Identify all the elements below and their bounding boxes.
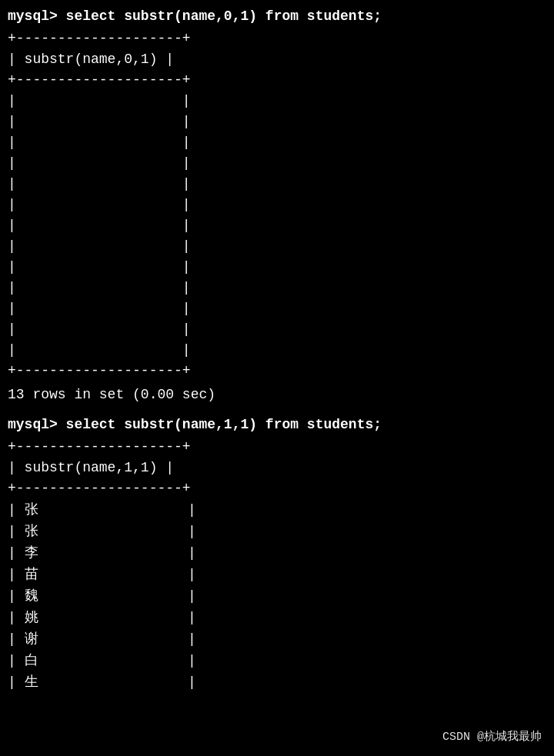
table-row: | | (8, 319, 546, 340)
table-row: | 魏 | (8, 585, 546, 607)
table2-top-border: +--------------------+ (8, 437, 546, 458)
table-row: | | (8, 195, 546, 215)
table1-mid-border: +--------------------+ (8, 70, 546, 91)
table-row: | | (8, 215, 546, 236)
table1-top-border: +--------------------+ (8, 28, 546, 49)
table-row: | | (8, 174, 546, 195)
table1-header: | substr(name,0,1) | (8, 49, 546, 70)
table-row: | | (8, 298, 546, 319)
table2-mid-border: +--------------------+ (8, 478, 546, 499)
table-row: | | (8, 132, 546, 153)
table-row: | | (8, 340, 546, 361)
table-row: | | (8, 257, 546, 278)
command-1: mysql> select substr(name,0,1) from stud… (8, 6, 546, 27)
table2-header: | substr(name,1,1) | (8, 458, 546, 478)
table-row: | 李 | (8, 542, 546, 564)
table-row: | 张 | (8, 521, 546, 542)
watermark: CSDN @杭城我最帅 (442, 729, 542, 744)
table-row: | 张 | (8, 499, 546, 521)
table-row: | 白 | (8, 650, 546, 671)
table-row: | 姚 | (8, 607, 546, 628)
table-row: | 谢 | (8, 628, 546, 650)
table-row: | | (8, 278, 546, 298)
table-row: | 生 | (8, 671, 546, 693)
table1-bottom-border: +--------------------+ (8, 361, 546, 381)
command-2: mysql> select substr(name,1,1) from stud… (8, 415, 546, 435)
table-row: | 苗 | (8, 564, 546, 585)
terminal-window: mysql> select substr(name,0,1) from stud… (0, 0, 554, 756)
table-row: | | (8, 91, 546, 112)
table-row: | | (8, 153, 546, 174)
table-row: | | (8, 112, 546, 132)
result-summary-1: 13 rows in set (0.00 sec) (8, 385, 546, 405)
table-row: | | (8, 236, 546, 257)
